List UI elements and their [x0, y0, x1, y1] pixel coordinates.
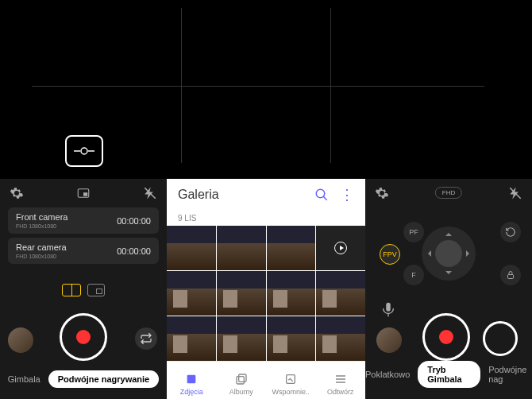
gimbal-panel: FHD FPV PF F Poklatkowo Tryb Gimbala Pod… [365, 179, 532, 399]
cam-time: 00:00:00 [117, 246, 151, 256]
mode-selector[interactable]: Gimbala Podwójne nagrywanie [0, 370, 167, 388]
cam-res: FHD 1080x1080 [16, 254, 67, 259]
mode-gimbal[interactable]: Gimbala [8, 374, 40, 384]
svg-rect-9 [237, 377, 244, 384]
reset-button[interactable] [500, 222, 521, 242]
search-icon[interactable] [314, 188, 329, 202]
photo-thumb[interactable] [267, 271, 316, 316]
nav-play[interactable]: Odtwórz [316, 362, 366, 399]
gallery-panel: Galeria ⋮ 9 LIS Zdjęcia Albumy Wspomnie.… [167, 179, 365, 399]
photo-thumb[interactable] [267, 226, 316, 270]
gallery-title: Galeria [178, 188, 314, 202]
photo-thumb[interactable] [267, 316, 316, 361]
svg-point-6 [316, 189, 325, 198]
mode-selector[interactable]: Poklatkowo Tryb Gimbala Podwójne nag [365, 361, 532, 388]
gallery-nav: Zdjęcia Albumy Wspomnie.. Odtwórz [167, 361, 365, 399]
gimbal-joystick[interactable] [422, 227, 476, 281]
photo-thumb[interactable] [217, 316, 266, 361]
dual-record-panel: Front cameraFHD 1080x1080 00:00:00 Rear … [0, 179, 167, 399]
viewfinder [0, 0, 532, 179]
mode-dual[interactable]: Podwójne nag [488, 365, 532, 384]
flash-off-icon[interactable] [508, 186, 522, 200]
front-camera-row[interactable]: Front cameraFHD 1080x1080 00:00:00 [8, 207, 159, 234]
gallery-thumb[interactable] [376, 327, 402, 353]
svg-point-0 [81, 148, 87, 154]
cam-name: Front camera [16, 212, 67, 222]
svg-rect-4 [83, 192, 87, 196]
rear-camera-row[interactable]: Rear cameraFHD 1080x1080 00:00:00 [8, 238, 159, 264]
cam-time: 00:00:00 [117, 216, 151, 226]
gallery-thumb[interactable] [8, 327, 33, 353]
cam-res: FHD 1080x1080 [16, 223, 67, 229]
photo-thumb[interactable] [167, 271, 216, 316]
photo-thumb[interactable] [217, 226, 266, 270]
svg-line-7 [323, 196, 327, 200]
svg-rect-8 [187, 375, 196, 384]
mode-gimbal[interactable]: Tryb Gimbala [418, 361, 480, 388]
svg-rect-14 [386, 303, 391, 312]
photo-thumb[interactable] [217, 271, 266, 316]
pf-button[interactable]: PF [403, 222, 424, 242]
nav-photos[interactable]: Zdjęcia [167, 362, 217, 399]
photo-grid [167, 226, 365, 361]
photo-thumb[interactable] [316, 271, 365, 316]
nav-albums[interactable]: Albumy [217, 362, 267, 399]
photo-thumb[interactable] [316, 316, 365, 361]
focus-indicator[interactable] [65, 135, 103, 167]
split-view-icon[interactable] [62, 284, 81, 296]
photo-thumb[interactable] [167, 226, 216, 270]
pip-view-icon[interactable] [87, 284, 105, 296]
video-thumb[interactable] [316, 226, 365, 270]
capture-button[interactable] [483, 321, 518, 356]
svg-rect-13 [508, 275, 514, 279]
more-icon[interactable]: ⋮ [340, 186, 354, 203]
lock-button[interactable] [500, 265, 521, 285]
record-button[interactable] [422, 313, 470, 361]
settings-icon[interactable] [10, 186, 24, 200]
fpv-button[interactable]: FPV [380, 244, 400, 265]
photo-thumb[interactable] [167, 316, 216, 361]
f-button[interactable]: F [403, 265, 424, 285]
mode-dual-record[interactable]: Podwójne nagrywanie [48, 370, 160, 388]
mode-timelapse[interactable]: Poklatkowo [365, 370, 410, 379]
swap-camera-icon[interactable] [135, 327, 157, 350]
resolution-badge[interactable]: FHD [435, 187, 462, 199]
nav-memories[interactable]: Wspomnie.. [266, 362, 316, 399]
cam-name: Rear camera [16, 242, 67, 252]
settings-icon[interactable] [375, 186, 389, 200]
flash-off-icon[interactable] [143, 186, 157, 200]
svg-rect-10 [238, 374, 245, 382]
pip-mode-icon[interactable] [76, 186, 91, 200]
mic-icon[interactable] [380, 300, 397, 318]
gallery-date: 9 LIS [167, 211, 365, 226]
record-button[interactable] [60, 313, 107, 361]
